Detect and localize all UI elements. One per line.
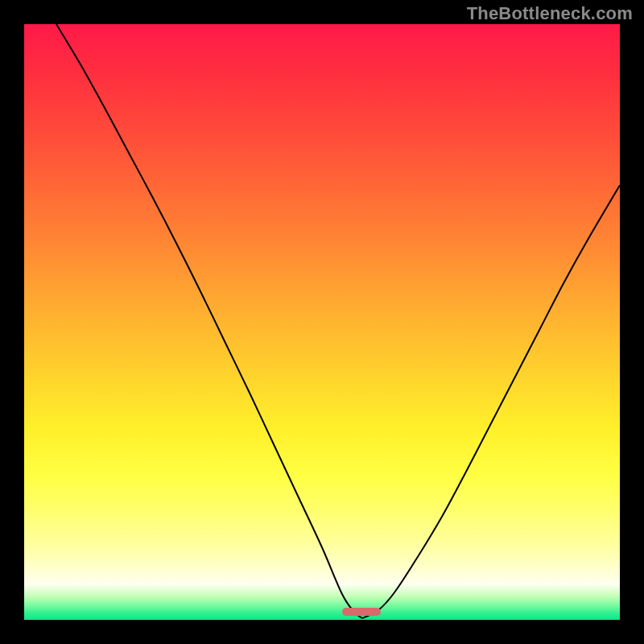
plot-frame <box>24 24 620 620</box>
curve-left-arm <box>56 24 362 618</box>
watermark-text: TheBottleneck.com <box>467 3 633 24</box>
minimum-marker <box>342 608 381 616</box>
curve-right-arm <box>362 185 620 618</box>
curve-svg <box>24 24 620 620</box>
